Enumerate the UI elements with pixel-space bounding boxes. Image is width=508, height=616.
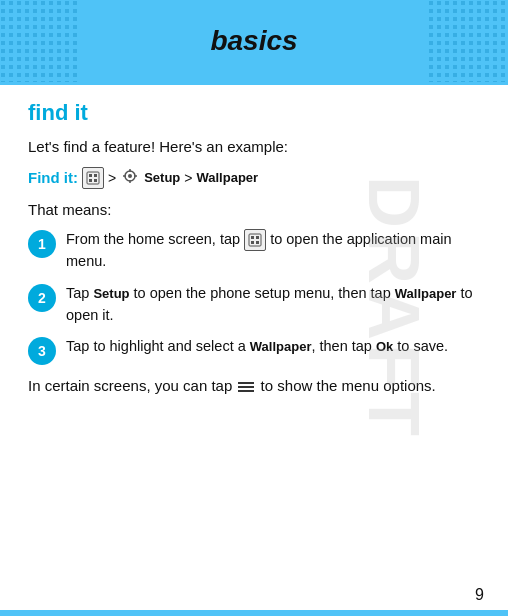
setup-label: Setup [144,170,180,185]
svg-rect-5 [89,174,92,177]
setup-bold: Setup [93,286,129,301]
step-3: 3 Tap to highlight and select a Wallpape… [28,336,480,365]
step-1: 1 From the home screen, tap to open the … [28,229,480,273]
menu-lines-icon [238,382,254,392]
steps-list: 1 From the home screen, tap to open the … [28,229,480,365]
accent-bar-bottom [0,610,508,616]
footer-note: In certain screens, you can tap to show … [28,375,480,398]
header-decoration-left [0,0,80,82]
svg-rect-3 [428,0,508,82]
intro-text: Let's find a feature! Here's an example: [28,136,480,159]
svg-rect-8 [94,179,97,182]
svg-rect-1 [0,0,80,82]
settings-icon [120,168,140,187]
section-title: find it [28,100,480,126]
svg-rect-17 [256,236,259,239]
step-2-text: Tap Setup to open the phone setup menu, … [66,283,480,327]
find-it-label: Find it: [28,169,78,186]
svg-rect-6 [94,174,97,177]
svg-rect-4 [87,172,99,184]
step-1-text: From the home screen, tap to open the ap… [66,229,480,273]
that-means-text: That means: [28,199,480,222]
main-content: find it Let's find a feature! Here's an … [0,82,508,424]
step-3-text: Tap to highlight and select a Wallpaper,… [66,336,480,358]
wallpaper-label: Wallpaper [196,170,258,185]
find-it-line: Find it: > [28,167,480,189]
svg-rect-19 [256,241,259,244]
svg-point-10 [128,174,132,178]
arrow2: > [184,170,192,186]
page-title: basics [210,25,297,57]
svg-rect-15 [249,234,261,246]
find-it-path: > Setup > Wallpaper [82,167,258,189]
wallpaper-bold: Wallpaper [395,286,457,301]
page-header: basics [0,0,508,82]
page-number: 9 [475,586,484,604]
step-2-number: 2 [28,284,56,312]
ok-bold: Ok [376,339,393,354]
menu-icon-step1 [244,229,266,251]
arrow1: > [108,170,116,186]
wallpaper-bold2: Wallpaper [250,339,312,354]
home-screen-icon [82,167,104,189]
step-3-number: 3 [28,337,56,365]
accent-bar-top [0,82,508,85]
svg-rect-7 [89,179,92,182]
svg-rect-16 [251,236,254,239]
step-2: 2 Tap Setup to open the phone setup menu… [28,283,480,327]
step-1-number: 1 [28,230,56,258]
svg-rect-18 [251,241,254,244]
header-decoration-right [428,0,508,82]
